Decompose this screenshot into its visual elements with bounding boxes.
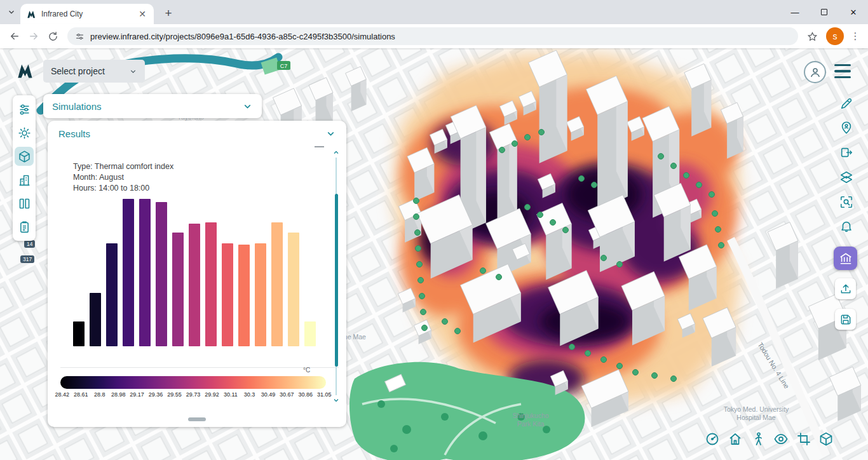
scan-search-icon[interactable]: [836, 192, 857, 212]
panel-scrollbar-thumb[interactable]: [335, 194, 338, 367]
scrolled-content-edge: [315, 146, 324, 147]
color-scale-labels: 28.4228.6128.828.9829.1729.3629.5529.732…: [53, 391, 334, 398]
screen: Infrared City ✕ + — ✕ preview.infrared.c…: [0, 0, 868, 460]
legend-tick-label: 30.11: [221, 391, 240, 398]
legend-tick-label: 28.61: [71, 391, 90, 398]
scroll-up-icon[interactable]: [332, 149, 340, 156]
scroll-down-icon[interactable]: [332, 396, 340, 404]
chevron-down-icon[interactable]: [325, 128, 336, 139]
buildings-icon[interactable]: [15, 170, 34, 189]
pencil-icon[interactable]: [836, 93, 857, 114]
site-settings-icon[interactable]: [75, 32, 85, 41]
browser-tab[interactable]: Infrared City ✕: [20, 4, 154, 24]
bell-icon[interactable]: [836, 216, 857, 236]
histogram-bar: [189, 224, 200, 346]
tab-title: Infrared City: [41, 10, 131, 18]
legend-tick-label: 29.36: [146, 391, 165, 398]
histogram-bar: [73, 321, 85, 346]
label-park-2: Park Kita: [517, 420, 545, 428]
cube-icon[interactable]: [817, 430, 835, 448]
project-select-dropdown[interactable]: Select project: [43, 60, 145, 83]
tune-icon[interactable]: [15, 100, 34, 119]
panel-resize-handle[interactable]: [188, 417, 206, 421]
legend-tick-label: 29.92: [203, 391, 221, 398]
forward-icon[interactable]: [24, 27, 43, 46]
histogram-bar: [156, 202, 167, 346]
chevron-down-icon: [129, 67, 137, 76]
route-badge-14: 14: [24, 240, 35, 248]
simulations-title: Simulations: [52, 101, 102, 112]
thermal-comfort-histogram: [73, 199, 316, 346]
legend-tick-label: 29.73: [184, 391, 202, 398]
legend-tick-label: 29.55: [165, 391, 184, 398]
legend-tick-label: 28.42: [53, 391, 71, 398]
eye-icon[interactable]: [772, 430, 790, 448]
profile-avatar[interactable]: s: [826, 27, 844, 45]
infrared-city-logo: [17, 62, 34, 80]
legend-tick-label: 30.3: [240, 391, 259, 398]
window-controls: — ✕: [780, 0, 868, 24]
histogram-bar: [106, 243, 118, 346]
histogram-bar: [271, 222, 283, 346]
person-icon: [809, 66, 822, 79]
sections-icon[interactable]: [15, 194, 34, 213]
new-tab-button[interactable]: +: [160, 5, 177, 22]
bookmark-star-icon[interactable]: [803, 27, 821, 45]
results-title: Results: [58, 128, 90, 139]
gauge-icon[interactable]: [703, 430, 721, 448]
frame-icon[interactable]: [795, 430, 813, 448]
legend-tick-label: 28.98: [109, 391, 127, 398]
upload-icon[interactable]: [835, 278, 856, 299]
report-icon[interactable]: [15, 217, 34, 236]
info-month: Month: August: [73, 172, 173, 183]
simulations-panel-header[interactable]: Simulations: [43, 94, 262, 118]
svg-text:C7: C7: [280, 63, 288, 69]
export-icon[interactable]: [836, 142, 857, 163]
legend-tick-label: 30.49: [259, 391, 277, 398]
color-scale-gradient: [60, 376, 326, 389]
browser-menu-icon[interactable]: ⋮: [849, 27, 862, 45]
browser-tab-strip: Infrared City ✕ + — ✕: [0, 0, 868, 24]
histogram-bar: [288, 233, 299, 346]
label-hospital-1: Tokyo Med. University: [724, 405, 789, 413]
histogram-bar: [205, 222, 217, 346]
divider: [60, 367, 339, 368]
legend-tick-label: 30.86: [296, 391, 315, 398]
histogram-bar: [238, 245, 250, 346]
main-menu-icon[interactable]: [834, 64, 851, 78]
simulation-info: Type: Thermal comfort index Month: Augus…: [73, 161, 173, 194]
label-hospital-2: Hospital Mae: [736, 414, 775, 421]
legend-tick-label: 31.05: [315, 391, 334, 398]
layers-icon[interactable]: [836, 167, 857, 187]
map-badge-green: C7: [277, 61, 290, 70]
results-panel: Results Type: Thermal comfort index Mont…: [48, 121, 346, 427]
reload-icon[interactable]: [43, 27, 62, 46]
left-toolbar: [13, 95, 36, 241]
histogram-bar: [90, 293, 101, 346]
app-viewport: Shrine Mae Shinjukucho Park Kita Tokyo M…: [0, 48, 868, 460]
tab-search-chevron-icon[interactable]: [5, 6, 18, 18]
tab-close-icon[interactable]: ✕: [136, 8, 149, 20]
maximize-button[interactable]: [810, 0, 839, 24]
account-button[interactable]: [804, 61, 826, 83]
close-button[interactable]: ✕: [839, 0, 868, 24]
home-icon[interactable]: [726, 430, 744, 448]
sun-icon[interactable]: [15, 123, 34, 142]
info-hours: Hours: 14:00 to 18:00: [73, 183, 173, 194]
legend-tick-label: 29.17: [128, 391, 146, 398]
address-bar[interactable]: preview.infrared.city/projects/8096e9a1-…: [67, 27, 798, 45]
route-badge-317: 317: [20, 255, 34, 263]
person-pin-icon[interactable]: [836, 118, 857, 138]
chevron-down-icon[interactable]: [242, 101, 253, 112]
histogram-bar: [222, 243, 233, 346]
minimize-button[interactable]: —: [780, 0, 810, 24]
cube-icon[interactable]: [15, 147, 34, 166]
save-icon[interactable]: [835, 309, 856, 330]
histogram-bar: [123, 199, 134, 346]
bank-icon[interactable]: [834, 247, 857, 270]
back-icon[interactable]: [5, 27, 24, 46]
histogram-bar: [139, 199, 151, 346]
pedestrian-icon[interactable]: [749, 430, 767, 448]
histogram-bar: [255, 243, 266, 346]
legend-tick-label: 30.67: [278, 391, 296, 398]
